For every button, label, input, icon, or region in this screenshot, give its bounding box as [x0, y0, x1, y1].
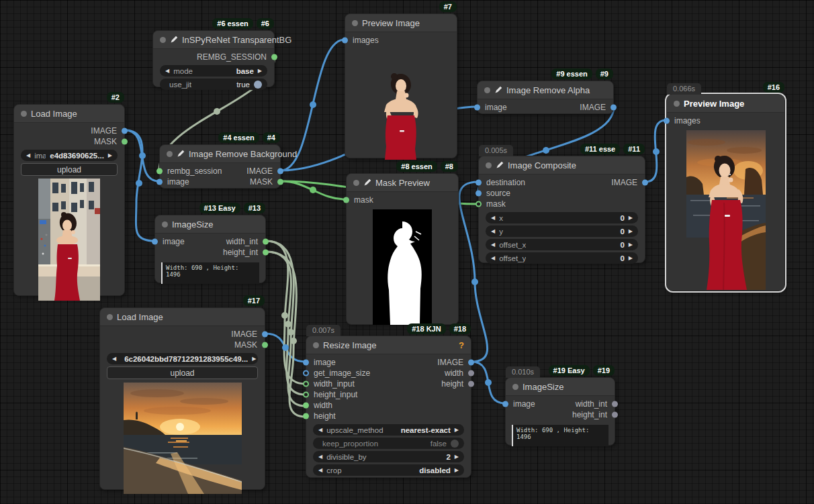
node-mask-preview-8[interactable]: #8 essen#8 Mask Preview mask	[346, 173, 459, 325]
next-arrow-icon[interactable]: ▶	[629, 255, 633, 261]
next-arrow-icon[interactable]: ▶	[629, 228, 633, 234]
prev-arrow-icon[interactable]: ◀	[165, 68, 169, 74]
prev-arrow-icon[interactable]: ◀	[491, 228, 495, 234]
widget-image-filename[interactable]: ◀ image e4d83690625... ▶	[21, 150, 118, 161]
prev-arrow-icon[interactable]: ◀	[26, 152, 30, 158]
widget-offset-x[interactable]: ◀offset_x0▶	[486, 239, 638, 250]
output-slot-height[interactable]	[468, 381, 474, 387]
collapse-dot[interactable]	[484, 87, 490, 93]
next-arrow-icon[interactable]: ▶	[455, 427, 459, 433]
next-arrow-icon[interactable]: ▶	[629, 242, 633, 248]
help-icon[interactable]: ?	[459, 340, 464, 350]
node-preview-image-16[interactable]: 0.066s #16 Preview Image images	[666, 94, 785, 291]
node-titlebar[interactable]: ImageSize	[155, 215, 265, 234]
input-slot-image[interactable]	[502, 401, 508, 407]
widget-crop[interactable]: ◀cropdisabled▶	[313, 464, 464, 476]
collapse-dot[interactable]	[486, 162, 492, 168]
collapse-dot[interactable]	[160, 37, 166, 43]
collapse-dot[interactable]	[352, 20, 358, 26]
next-arrow-icon[interactable]: ▶	[258, 68, 262, 74]
input-slot-height[interactable]	[303, 413, 309, 419]
collapse-dot[interactable]	[674, 101, 680, 107]
widget-mode[interactable]: ◀ mode base ▶	[160, 65, 267, 77]
prev-arrow-icon[interactable]: ◀	[491, 255, 495, 261]
widget-upscale-method[interactable]: ◀upscale_methodnearest-exact▶	[313, 424, 464, 436]
output-slot-image[interactable]	[468, 360, 474, 366]
input-slot-image[interactable]	[156, 179, 163, 185]
node-titlebar[interactable]: InSPyReNet TransparentBG	[153, 31, 274, 49]
input-slot-get-image-size[interactable]	[303, 370, 309, 376]
prev-arrow-icon[interactable]: ◀	[318, 427, 322, 433]
collapse-dot[interactable]	[162, 221, 168, 228]
input-slot-height-input[interactable]	[303, 392, 309, 398]
upload-button[interactable]: upload	[107, 366, 258, 379]
input-slot-image[interactable]	[303, 360, 309, 366]
input-slot-images[interactable]	[342, 38, 348, 44]
node-titlebar[interactable]: Image Remove Alpha	[478, 81, 613, 99]
node-imagesize-19[interactable]: 0.010s #19 Easy#19 ImageSize imagewidth_…	[505, 377, 615, 446]
widget-divisible-by[interactable]: ◀divisible_by2▶	[313, 451, 464, 462]
next-arrow-icon[interactable]: ▶	[629, 215, 633, 221]
node-titlebar[interactable]: Mask Preview	[347, 174, 458, 192]
node-inspyrenet-transparentbg-6[interactable]: #6 essen#6 InSPyReNet TransparentBG REMB…	[152, 30, 275, 87]
widget-keep-proportion-toggle[interactable]: keep_proportionfalse	[313, 438, 464, 449]
input-slot-rembg-session[interactable]	[156, 168, 163, 174]
output-slot-width-int[interactable]	[612, 401, 618, 407]
node-titlebar[interactable]: Resize Image ?	[306, 336, 471, 354]
output-slot-width[interactable]	[468, 370, 474, 376]
collapse-dot[interactable]	[107, 314, 113, 320]
widget-image-filename[interactable]: ◀ image 6c26042bbd78712291283955c49... ▶	[107, 353, 258, 364]
node-image-remove-alpha-9[interactable]: #9 essen#9 Image Remove Alpha imageIMAGE	[477, 81, 614, 114]
collapse-dot[interactable]	[313, 342, 319, 348]
node-image-remove-background-4[interactable]: #4 essen#4 Image Remove Background rembg…	[159, 144, 281, 189]
node-titlebar[interactable]: Preview Image	[667, 95, 784, 113]
node-image-composite-11[interactable]: 0.005s #11 esse#11 Image Composite desti…	[478, 156, 645, 263]
collapse-dot[interactable]	[512, 384, 518, 390]
collapse-dot[interactable]	[167, 151, 173, 157]
output-slot-image[interactable]	[262, 332, 268, 338]
upload-button[interactable]: upload	[21, 163, 118, 176]
node-titlebar[interactable]: Load Image	[100, 308, 265, 326]
next-arrow-icon[interactable]: ▶	[108, 152, 112, 158]
collapse-dot[interactable]	[353, 180, 359, 186]
toggle-knob[interactable]	[254, 81, 262, 89]
widget-offset-y[interactable]: ◀offset_y0▶	[486, 252, 638, 264]
output-slot-width-int[interactable]	[263, 239, 269, 245]
node-titlebar[interactable]: Image Composite	[479, 156, 645, 174]
node-titlebar[interactable]: Image Remove Background	[160, 145, 280, 163]
output-slot-mask[interactable]	[277, 179, 283, 185]
input-slot-image[interactable]	[474, 105, 480, 111]
widget-x[interactable]: ◀x0▶	[486, 212, 638, 223]
input-slot-destination[interactable]	[476, 180, 482, 186]
prev-arrow-icon[interactable]: ◀	[318, 467, 322, 473]
input-slot-images[interactable]	[664, 118, 670, 124]
output-slot-rembg-session[interactable]	[271, 54, 277, 60]
node-imagesize-13[interactable]: #13 Easy#13 ImageSize imagewidth_int hei…	[154, 215, 266, 283]
prev-arrow-icon[interactable]: ◀	[318, 454, 322, 460]
output-slot-image[interactable]	[610, 105, 617, 111]
next-arrow-icon[interactable]: ▶	[252, 356, 256, 362]
output-slot-height-int[interactable]	[612, 412, 618, 418]
input-slot-width[interactable]	[303, 403, 309, 409]
node-load-image-2[interactable]: #2 Load Image IMAGE MASK ◀ image e4d8369…	[13, 104, 125, 296]
input-slot-width-input[interactable]	[303, 381, 309, 387]
node-resize-image-18[interactable]: 0.007s #18 KJN#18 Resize Image ? imageIM…	[306, 336, 471, 478]
widget-use-jit-toggle[interactable]: use_jit true	[160, 79, 267, 90]
node-titlebar[interactable]: ImageSize	[506, 378, 615, 396]
next-arrow-icon[interactable]: ▶	[455, 467, 459, 473]
toggle-knob[interactable]	[451, 440, 459, 448]
next-arrow-icon[interactable]: ▶	[455, 454, 459, 460]
node-preview-image-7[interactable]: #7 Preview Image images	[345, 13, 457, 158]
node-titlebar[interactable]: Preview Image	[345, 14, 457, 32]
prev-arrow-icon[interactable]: ◀	[112, 356, 116, 362]
node-titlebar[interactable]: Load Image	[14, 105, 124, 123]
prev-arrow-icon[interactable]: ◀	[491, 215, 495, 221]
output-slot-height-int[interactable]	[263, 250, 269, 256]
input-slot-image[interactable]	[152, 239, 158, 245]
output-slot-image[interactable]	[122, 128, 128, 134]
output-slot-mask[interactable]	[262, 342, 268, 348]
node-load-image-17[interactable]: #17 Load Image IMAGE MASK ◀ image 6c2604…	[99, 307, 265, 490]
output-slot-image[interactable]	[277, 168, 283, 174]
input-slot-source[interactable]	[476, 191, 482, 197]
input-slot-mask[interactable]	[343, 197, 349, 203]
